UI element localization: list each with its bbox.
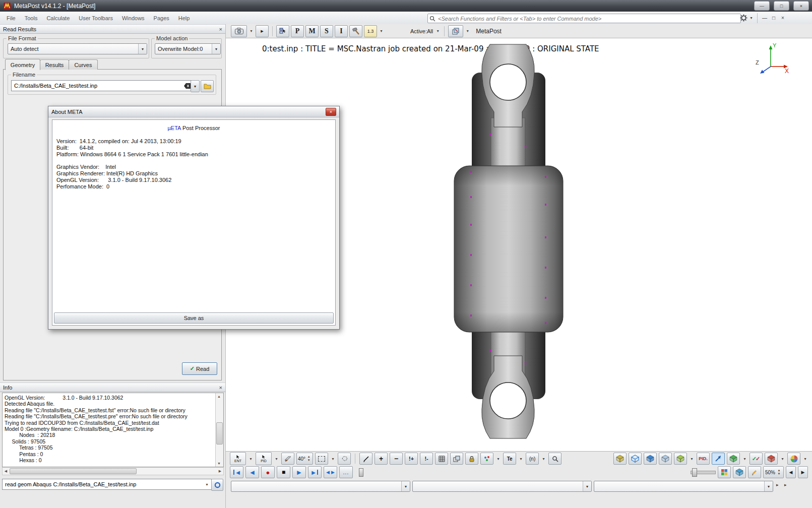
spin-down-icon[interactable]: ▼ [306,459,311,462]
remove-from-view-button[interactable]: − [390,453,403,465]
models-manager-button[interactable]: M [305,25,319,37]
menu-windows[interactable]: Windows [117,12,149,24]
save-as-button[interactable]: Save as [54,312,334,324]
chevron-down-icon[interactable]: ▾ [435,26,441,37]
spin-up-icon[interactable]: ▲ [776,469,782,472]
skip-to-end-button[interactable]: ▶ [308,466,322,478]
scroll-up-icon[interactable]: ▲ [216,393,222,400]
info-close-icon[interactable]: × [219,385,222,391]
command-mode-button[interactable] [211,479,223,491]
chevron-down-icon[interactable]: ▾ [212,44,220,54]
annotate-pencil-button[interactable] [748,466,761,478]
mdi-close-button[interactable]: × [779,15,787,21]
erase-elements-button[interactable] [765,453,778,465]
skip-to-start-button[interactable]: ◀ [230,466,243,478]
menu-user-toolbars[interactable]: User Toolbars [74,12,117,24]
ent-dropdown-icon[interactable]: ▾ [248,453,254,464]
scroll-right-icon[interactable]: ▶ [217,468,223,474]
select-entities-tool[interactable]: ENT [230,452,246,465]
play-backward-button[interactable]: ◀ [245,466,259,478]
tab-results[interactable]: Results [40,59,69,70]
angle-spin-buttons[interactable]: ▲ ▼ [306,455,311,462]
maximize-button[interactable]: □ [774,1,789,11]
numbering-dropdown-icon[interactable]: ▾ [541,453,546,464]
state-combobox-3[interactable]: ▾ [594,481,773,492]
clear-filename-icon[interactable] [184,83,191,89]
slider-thumb[interactable] [692,468,697,477]
hidden-line-mode-button[interactable] [659,453,672,465]
scroll-left-icon[interactable]: ◀ [3,468,9,474]
model-3d[interactable] [447,42,583,446]
info-log[interactable]: OpenGL Version: 3.1.0 - Build 9.17.10.30… [2,393,224,467]
entity-cube-button[interactable] [727,453,740,465]
mesh-display-button[interactable] [613,453,627,465]
feature-angle-spinner[interactable]: 40° ▲ ▼ [296,453,313,465]
parts-manager-button[interactable]: P [291,25,304,37]
overlap-parts-button[interactable] [450,453,463,465]
polygon-select-button[interactable] [338,453,351,465]
chevron-down-icon[interactable]: ▾ [138,44,147,54]
overlay-dropdown-icon[interactable]: ▾ [465,26,470,37]
dialog-titlebar[interactable]: About META × [48,106,339,117]
identify-tool-button[interactable] [276,25,289,37]
images-manager-button[interactable]: I [335,25,348,37]
search-bar[interactable] [427,14,741,23]
pointer-mode-button[interactable] [712,453,725,465]
shaded-mode-button[interactable] [644,453,657,465]
scroll-down-icon[interactable]: ▼ [216,460,222,467]
numbering-button[interactable]: (n) [526,453,539,465]
scrollbar-thumb[interactable] [216,422,223,444]
rectangle-select-dropdown-icon[interactable]: ▾ [330,453,336,464]
zoom-spin-buttons[interactable]: ▲ ▼ [776,469,782,476]
menu-calculate[interactable]: Calculate [42,12,74,24]
tab-geometry[interactable]: Geometry [5,59,40,70]
gear-icon[interactable] [740,14,747,22]
material-dropdown-icon[interactable]: ▾ [802,453,808,464]
spin-down-icon[interactable]: ▼ [776,472,782,476]
shaded-edges-mode-button[interactable] [674,453,687,465]
select-pid-tool[interactable]: PID [256,452,272,465]
model-action-combobox[interactable]: Overwrite Model:0 ▾ [155,43,221,54]
annotation-dropdown-icon[interactable]: ▾ [379,26,384,37]
draw-line-tool[interactable] [359,453,372,465]
menu-tools[interactable]: Tools [20,12,42,24]
chevron-down-icon[interactable]: ▾ [401,481,410,491]
chevron-down-icon[interactable]: ▾ [764,481,773,491]
file-format-combobox[interactable]: Auto detect ▾ [8,43,147,54]
page-next-button[interactable]: ▶ [798,466,808,478]
active-filter-combobox[interactable]: Active:All ▾ [410,26,441,37]
browse-folder-button[interactable] [201,80,214,92]
close-button[interactable]: × [793,1,809,11]
view-cube-button[interactable] [733,466,746,478]
search-input[interactable] [437,15,739,22]
erase-dropdown-icon[interactable]: ▾ [780,453,785,464]
overlay-settings-button[interactable] [448,25,463,37]
play-button[interactable]: ▶ [292,466,306,478]
dialog-close-button[interactable]: × [326,108,336,116]
filename-history-dropdown[interactable]: ▾ [191,80,200,92]
remove-only-button[interactable]: !- [420,453,433,465]
spin-up-icon[interactable]: ▲ [306,455,311,459]
snapshot-button[interactable] [231,25,247,37]
bar-expand-icon-2[interactable]: ▸ [784,482,787,487]
animation-options-button[interactable]: ... [339,466,353,478]
snapshot-dropdown-icon[interactable]: ▾ [248,26,254,37]
entity-cube-dropdown-icon[interactable]: ▾ [742,453,747,464]
zoom-level-spinner[interactable]: 50% ▲ ▼ [763,466,784,478]
pid-color-button[interactable]: PID. [697,453,710,465]
minimize-button[interactable]: — [754,1,770,11]
command-history-dropdown[interactable]: ▾ [204,479,210,490]
annotation-scale-button[interactable]: 1.3 [364,25,377,37]
read-button[interactable]: ✓ Read [182,362,217,375]
add-only-button[interactable]: !+ [405,453,418,465]
menu-help[interactable]: Help [174,12,195,24]
text-entity-dropdown-icon[interactable]: ▾ [518,453,524,464]
zoom-select-button[interactable] [548,453,561,465]
add-to-view-button[interactable]: + [374,453,388,465]
mdi-restore-button[interactable]: □ [770,15,778,21]
lock-view-button[interactable] [465,453,478,465]
show-all-button[interactable] [435,453,448,465]
tab-curves[interactable]: Curves [69,59,98,70]
validate-button[interactable]: ✓ ✓ [749,453,763,465]
sweep-tool-button[interactable] [281,453,294,465]
